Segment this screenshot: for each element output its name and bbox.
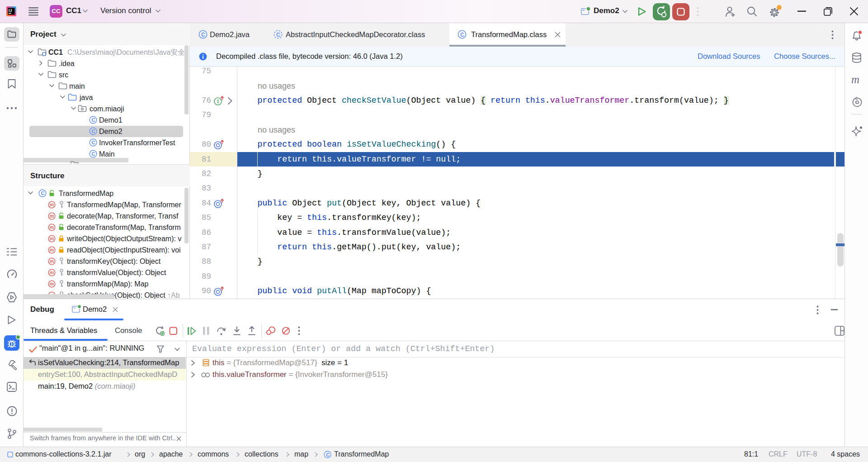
svg-text:m: m: [50, 270, 54, 275]
svg-text:m: m: [50, 202, 54, 207]
svg-text:m: m: [50, 236, 54, 241]
svg-text:C: C: [92, 129, 95, 134]
svg-text:I: I: [217, 99, 219, 104]
svg-text:C: C: [201, 32, 205, 38]
svg-text:C: C: [460, 32, 464, 38]
svg-text:IJ: IJ: [9, 8, 12, 13]
svg-text:m: m: [50, 224, 54, 230]
svg-text:m: m: [50, 281, 54, 286]
svg-text:m: m: [50, 247, 54, 252]
svg-text:C: C: [92, 140, 95, 145]
svg-text:C: C: [92, 117, 95, 123]
svg-text:C: C: [276, 32, 280, 38]
svg-text:m: m: [50, 258, 54, 264]
svg-text:m: m: [50, 213, 54, 219]
svg-text:C: C: [92, 151, 95, 157]
svg-text:C: C: [326, 452, 330, 457]
